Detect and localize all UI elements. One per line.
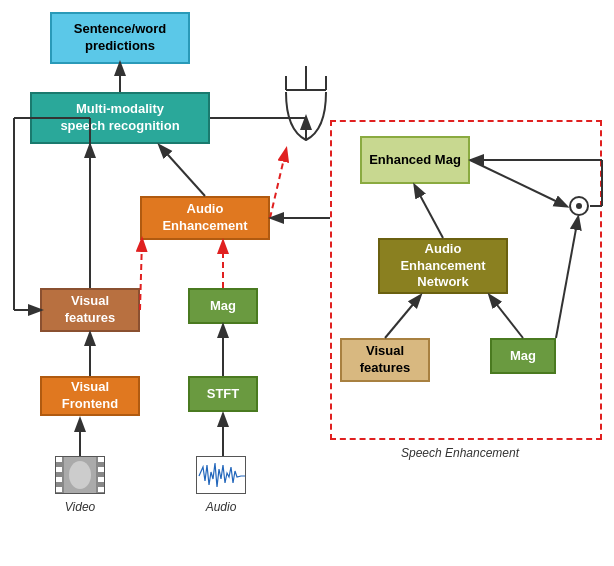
circle-dot-symbol (568, 195, 590, 217)
visual-features-label: Visual features (65, 293, 116, 327)
multimodal-label: Multi-modality speech recognition (60, 101, 179, 135)
audio-label: Audio (196, 500, 246, 514)
video-label: Video (55, 500, 105, 514)
stft-label: STFT (207, 386, 240, 403)
svg-line-7 (140, 240, 142, 310)
visual-features-right-label: Visual features (360, 343, 411, 377)
audio-enhancement-label: Audio Enhancement (162, 201, 247, 235)
enhanced-mag-label: Enhanced Mag (369, 152, 461, 169)
visual-features-right-box: Visual features (340, 338, 430, 382)
enhanced-mag-box: Enhanced Mag (360, 136, 470, 184)
audio-enhancement-network-box: Audio Enhancement Network (378, 238, 508, 294)
visual-features-box: Visual features (40, 288, 140, 332)
mag-box: Mag (188, 288, 258, 324)
video-icon-area (55, 456, 105, 494)
speech-enhancement-label: Speech Enhancement (360, 446, 560, 460)
visual-frontend-box: Visual Frontend (40, 376, 140, 416)
visual-frontend-label: Visual Frontend (62, 379, 118, 413)
svg-point-1 (576, 203, 582, 209)
audio-enhancement-box: Audio Enhancement (140, 196, 270, 240)
predictions-label: Sentence/word predictions (74, 21, 166, 55)
svg-line-8 (160, 146, 205, 196)
audio-enhancement-network-label: Audio Enhancement Network (400, 241, 485, 292)
svg-line-22 (270, 150, 286, 218)
audio-icon-area (196, 456, 246, 494)
mag-right-box: Mag (490, 338, 556, 374)
diagram: Speech Enhancement Sentence/word predict… (0, 0, 614, 566)
waveform-icon (196, 456, 246, 494)
predictions-box: Sentence/word predictions (50, 12, 190, 64)
mag-right-label: Mag (510, 348, 536, 365)
mag-label: Mag (210, 298, 236, 315)
multimodal-box: Multi-modality speech recognition (30, 92, 210, 144)
film-strip (55, 456, 105, 494)
stft-box: STFT (188, 376, 258, 412)
